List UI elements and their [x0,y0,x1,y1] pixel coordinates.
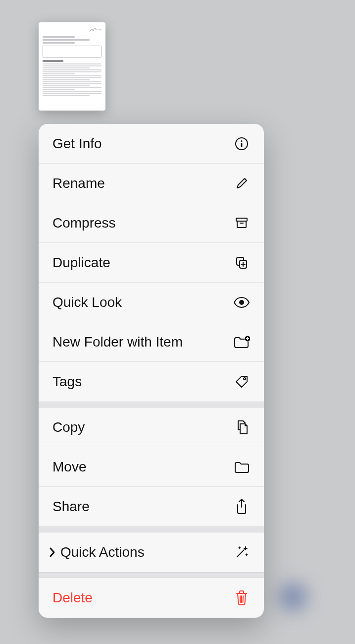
svg-point-1 [241,140,242,141]
info-icon [233,135,250,152]
svg-line-16 [240,596,241,602]
document-thumbnail[interactable]: ••• [39,22,105,111]
context-menu: Get Info Rename Compress Duplicate Quick… [39,124,264,618]
pencil-icon [233,175,250,192]
menu-item-label: Get Info [52,136,233,152]
duplicate-icon [233,254,250,271]
menu-item-label: Quick Actions [60,544,233,560]
svg-rect-2 [241,143,243,147]
background-blur-accent [276,580,310,614]
menu-section-divider [39,402,264,408]
menu-item-move[interactable]: Move [39,447,264,487]
trash-icon [233,589,250,606]
eye-icon [233,294,250,311]
menu-item-label: Share [52,499,233,515]
doc-on-doc-icon [233,419,250,436]
svg-line-18 [243,596,244,602]
menu-item-quick-actions[interactable]: Quick Actions [39,532,264,572]
menu-item-label: New Folder with Item [52,334,233,350]
menu-item-tags[interactable]: Tags [39,362,264,402]
menu-item-new-folder[interactable]: New Folder with Item [39,322,264,362]
folder-plus-icon [233,334,250,351]
archivebox-icon [233,215,250,232]
menu-item-get-info[interactable]: Get Info [39,124,264,164]
menu-item-rename[interactable]: Rename [39,164,264,203]
menu-item-label: Delete [52,590,233,606]
menu-item-label: Move [52,459,233,475]
thumbnail-logo: ••• [43,26,101,33]
menu-item-delete[interactable]: Delete [39,578,264,618]
menu-item-share[interactable]: Share [39,487,264,527]
menu-item-quick-look[interactable]: Quick Look [39,283,264,322]
menu-item-copy[interactable]: Copy [39,408,264,447]
svg-point-15 [244,378,246,380]
menu-item-duplicate[interactable]: Duplicate [39,243,264,283]
menu-section-divider [39,527,264,532]
menu-item-label: Quick Look [52,294,233,310]
svg-point-10 [239,300,244,305]
menu-section-divider [39,572,264,578]
tag-icon [233,373,250,390]
svg-rect-4 [237,221,246,228]
menu-item-label: Compress [52,215,233,231]
wand-icon [233,544,250,561]
menu-item-label: Rename [52,176,233,191]
share-icon [233,498,250,515]
folder-icon [233,459,250,475]
menu-item-label: Duplicate [52,255,233,271]
menu-item-label: Copy [52,419,233,435]
menu-item-compress[interactable]: Compress [39,203,264,243]
menu-item-label: Tags [52,374,233,390]
chevron-right-icon [46,547,58,558]
